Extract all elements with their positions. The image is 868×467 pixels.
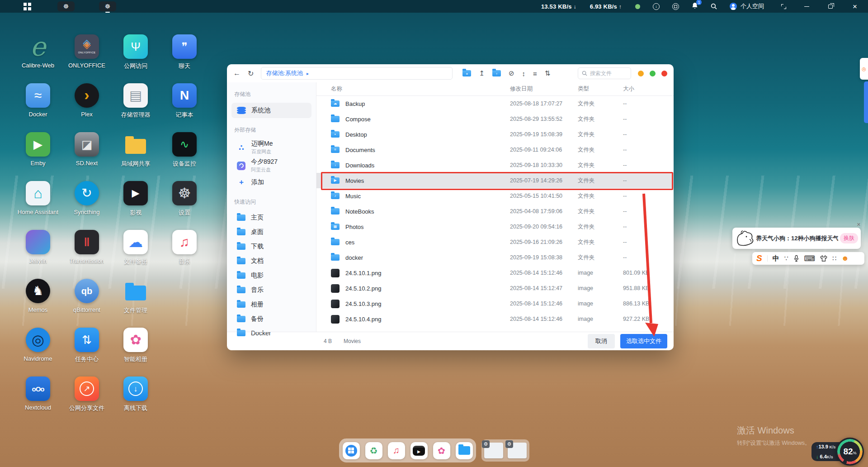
handwriting-icon[interactable]: ∵ [784,255,788,262]
desktop-icon-Syncthing[interactable]: ↻Syncthing [62,181,111,215]
desktop-icon-Plex[interactable]: ›Plex [62,83,111,118]
file-row[interactable]: 24.5.10.4.png2025-08-14 15:12:46image927… [316,311,674,327]
search-input[interactable] [590,70,626,76]
desktop-icon-Navidrome[interactable]: ◎Navidrome [14,328,62,362]
desktop-icon-Emby[interactable]: ▶Emby [14,132,62,167]
file-row[interactable]: ▪Desktop2025-09-19 15:08:39文件夹-- [316,127,674,142]
sidebar-quick-备份[interactable]: 备份 [231,312,311,326]
file-row[interactable]: 24.5.10.3.png2025-08-14 15:12:46image886… [316,296,674,311]
sidebar-quick-下载[interactable]: 下载 [231,239,311,254]
desktop-icon-公网访问[interactable]: Ψ公网访问 [111,34,160,70]
desktop-icon-存储管理器[interactable]: ▤存储管理器 [111,83,160,119]
file-row[interactable]: ▦Photos2025-09-20 09:54:16文件夹-- [316,219,674,234]
toolbar-toggle-hidden-icon[interactable]: ⊘ [509,69,514,77]
change-skin-button[interactable]: 换肤 [840,233,858,243]
restore-button[interactable] [828,5,833,9]
desktop-icon-聊天[interactable]: ❞聊天 [160,34,209,70]
desktop-icon-Jellyfin[interactable]: Jellyfin [14,230,62,264]
file-search-box[interactable] [578,67,631,79]
dock-music-icon[interactable]: ♫ [388,442,405,459]
desktop-icon-文件备份[interactable]: ☁文件备份 [111,230,160,266]
desktop-icon-Transmission[interactable]: ‖Transmission [62,230,111,264]
file-row[interactable]: ☁Backup2025-08-18 17:07:27文件夹-- [316,96,674,111]
close-button[interactable]: × [853,3,857,10]
traffic-light-3[interactable] [661,71,667,76]
sidebar-quick-相册[interactable]: 相册 [231,297,311,312]
sidebar-quick-电影[interactable]: 电影 [231,268,311,283]
desktop-icon-影视[interactable]: ▶影视 [111,181,160,217]
keyboard-icon[interactable]: ⌨ [804,254,816,263]
desktop-icon-任务中心[interactable]: ⇅任务中心 [62,328,111,363]
toolbox-icon[interactable]: ∷ [832,255,836,262]
back-icon[interactable]: ← [233,69,241,77]
desktop-icon-智能相册[interactable]: ✿智能相册 [111,328,160,363]
toolbar-folder-upload-icon[interactable]: ↑ [492,70,501,76]
download-circle-icon[interactable]: ↓ [653,3,660,10]
toolbar-upload-icon[interactable]: ↥ [479,69,485,77]
file-row[interactable]: NoteBooks2025-04-08 17:59:06文件夹-- [316,204,674,219]
file-row[interactable]: ↓Downloads2025-09-18 10:33:30文件夹-- [316,157,674,173]
traffic-light-1[interactable] [638,71,644,76]
desktop-icon-Home Assistant[interactable]: ⌂Home Assistant [14,181,62,215]
desktop-icon-设置[interactable]: ☸设置 [160,181,209,217]
user-avatar[interactable] [730,3,737,10]
file-row[interactable]: 24.5.10.1.png2025-08-14 15:12:46image801… [316,265,674,281]
desktop-icon-Calibre-Web[interactable]: eCalibre-Web [14,34,62,69]
settings-app-2-taskbar-icon[interactable]: ☸ [99,1,116,11]
fullscreen-icon[interactable] [781,4,786,9]
dock-window-preview[interactable]: ⚙ [484,443,503,458]
skin-icon[interactable] [820,255,827,262]
edge-widget-top[interactable]: ◎ [860,58,868,80]
start-grid-icon[interactable] [24,3,31,10]
settings-app-1-taskbar-icon[interactable]: ☸ [57,1,75,11]
desktop-icon-Nextcloud[interactable]: oOoNextcloud [14,376,62,411]
notifications-button[interactable]: 1 [692,2,698,11]
sogou-logo-icon[interactable]: S [756,253,762,263]
sidebar-item-system-pool[interactable]: 系统池 [231,103,311,118]
desktop-icon-离线下载[interactable]: ↓离线下载 [111,376,160,412]
breadcrumb[interactable]: 存储池:系统池 ▸ [261,67,453,80]
edge-widget-blue[interactable] [864,81,868,123]
sidebar-quick-主页[interactable]: 主页 [231,210,311,225]
screenshot-icon[interactable] [672,3,679,10]
desktop-icon-记事本[interactable]: N记事本 [160,83,209,119]
desktop-icon-设备监控[interactable]: ∿设备监控 [160,132,209,168]
column-header-name[interactable]: 名称 [331,85,510,93]
add-storage-button[interactable]: + 添加 [231,175,311,190]
toolbar-filter-icon[interactable]: ↕ [522,70,526,77]
sidebar-external-迈啊Me[interactable]: ∴迈啊Me百度网盘 [231,138,311,157]
voice-icon[interactable] [793,255,799,262]
sidebar-quick-文档[interactable]: 文档 [231,254,311,268]
dock-files-icon[interactable] [456,442,473,459]
desktop-icon-Docker[interactable]: ≈Docker [14,83,62,118]
desktop-icon-ONLYOFFICE[interactable]: ◈ONLYOFFICEONLYOFFICE [62,34,111,69]
toolbar-new-folder-icon[interactable]: + [462,70,471,76]
widget-close-icon[interactable]: ✕ [857,222,861,228]
desktop-icon-公网分享文件[interactable]: ↗公网分享文件 [62,376,111,412]
file-row[interactable]: ▶Movies2025-07-19 14:29:26文件夹-- [316,173,674,188]
file-row[interactable]: ≡Documents2025-09-11 09:24:06文件夹-- [316,142,674,157]
emoji-icon[interactable]: ☻ [841,254,849,262]
desktop-icon-音乐[interactable]: ♫音乐 [160,230,209,266]
weather-dog-widget[interactable]: ✕ 养天气小狗：12种小狗播报天气 换肤 [732,228,861,249]
minimize-button[interactable] [804,6,809,7]
global-search-button[interactable] [711,3,717,10]
file-row[interactable]: Compose2025-08-29 13:55:52文件夹-- [316,111,674,127]
file-row[interactable]: docker2025-09-19 15:08:38文件夹-- [316,250,674,265]
cancel-button[interactable]: 取消 [588,334,615,348]
traffic-light-2[interactable] [650,71,656,76]
desktop-icon-Memos[interactable]: ♞Memos [14,279,62,313]
toolbar-sort-icon[interactable]: ⇅ [545,69,551,77]
column-header-size[interactable]: 大小 [623,85,663,93]
desktop-icon-局域网共享[interactable]: 局域网共享 [111,132,160,168]
toolbar-view-list-icon[interactable]: ≡ [533,70,537,77]
sidebar-external-今夕8927[interactable]: 今夕8927阿里云盘 [231,157,311,175]
file-row[interactable]: ♪Music2025-05-15 10:41:50文件夹-- [316,188,674,204]
sidebar-quick-桌面[interactable]: 桌面 [231,225,311,239]
dock-trash-icon[interactable]: ♻ [365,442,382,459]
column-header-type[interactable]: 类型 [578,85,623,93]
desktop-icon-文件管理[interactable]: 文件管理 [111,279,160,315]
refresh-icon[interactable]: ↻ [248,69,254,78]
file-row[interactable]: ces2025-09-16 21:09:26文件夹-- [316,234,674,250]
sidebar-quick-音乐[interactable]: 音乐 [231,283,311,297]
